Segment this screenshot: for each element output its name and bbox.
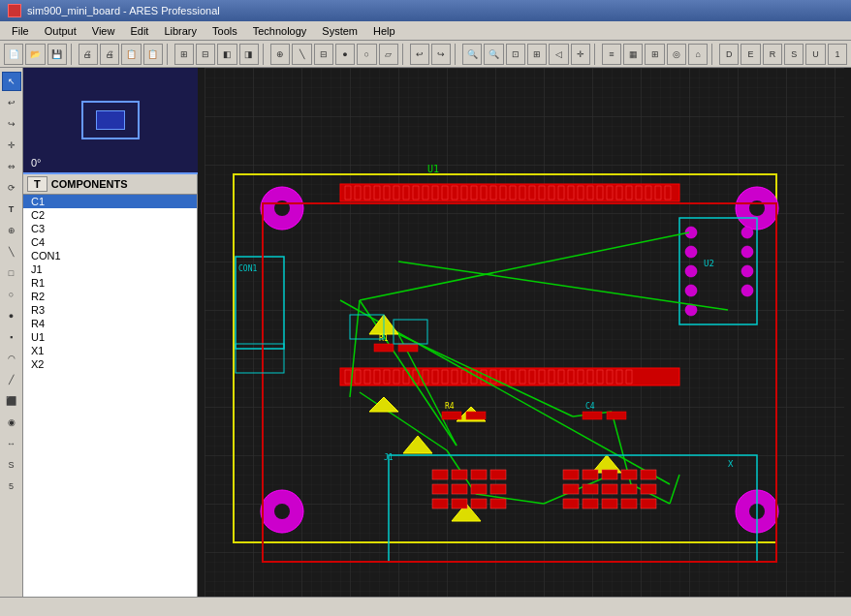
lt-comp[interactable]: ⊕ xyxy=(2,221,21,240)
menu-edit[interactable]: Edit xyxy=(122,23,156,39)
lt-arc[interactable]: ◠ xyxy=(2,349,21,368)
tb-zoom-sel[interactable]: ⊞ xyxy=(527,44,547,65)
svg-rect-139 xyxy=(563,484,579,494)
svg-rect-113 xyxy=(374,344,394,352)
menu-file[interactable]: File xyxy=(4,23,37,39)
tb-btn8[interactable]: ◨ xyxy=(239,44,259,65)
lt-track[interactable]: ╲ xyxy=(2,242,21,262)
tb-zoom-in[interactable]: 🔍 xyxy=(462,44,482,65)
tb-sep7 xyxy=(711,44,715,65)
tb-misc4[interactable]: ◎ xyxy=(667,44,686,65)
svg-text:J1: J1 xyxy=(384,453,394,462)
component-item-c4[interactable]: C4 xyxy=(23,235,197,249)
lt-line[interactable]: ╱ xyxy=(2,370,21,389)
lt-via[interactable]: ◉ xyxy=(2,413,21,432)
component-item-c3[interactable]: C3 xyxy=(23,222,197,235)
component-item-c1[interactable]: C1 xyxy=(23,195,197,208)
svg-rect-36 xyxy=(636,186,642,200)
tb-pan[interactable]: ✛ xyxy=(571,44,590,65)
lt-undo-icon[interactable]: ↩ xyxy=(2,93,21,112)
svg-rect-21 xyxy=(490,186,496,200)
tb-save[interactable]: 💾 xyxy=(47,44,67,65)
lt-mirror[interactable]: ⇔ xyxy=(2,157,21,176)
tb-copy[interactable]: 📋 xyxy=(121,44,141,65)
tb-print[interactable]: 🖨 xyxy=(79,44,98,65)
component-item-r2[interactable]: R2 xyxy=(23,290,197,303)
tb-oth1[interactable]: R xyxy=(763,44,782,65)
lt-text[interactable]: T xyxy=(2,200,21,219)
tb-via[interactable]: ○ xyxy=(357,44,376,65)
tb-undo[interactable]: ↩ xyxy=(410,44,429,65)
lt-cursor[interactable]: ↖ xyxy=(2,72,21,91)
pcb-canvas[interactable]: U1 xyxy=(198,68,851,597)
lt-rotate[interactable]: ⟳ xyxy=(2,178,21,198)
svg-rect-148 xyxy=(641,499,656,508)
lt-move[interactable]: ✛ xyxy=(2,136,21,155)
tb-polygon[interactable]: ▱ xyxy=(379,44,398,65)
tb-misc5[interactable]: ⌂ xyxy=(688,44,708,65)
tb-component[interactable]: ⊕ xyxy=(270,44,290,65)
tb-oth2[interactable]: S xyxy=(784,44,804,65)
tb-btn5[interactable]: ⊞ xyxy=(174,44,194,65)
tb-misc2[interactable]: ▦ xyxy=(623,44,643,65)
lt-ruler[interactable]: S xyxy=(2,455,21,475)
tb-pad[interactable]: ● xyxy=(335,44,355,65)
lt-fill[interactable]: ▪ xyxy=(2,327,21,347)
tb-drc[interactable]: D xyxy=(719,44,739,65)
tb-paste[interactable]: 📋 xyxy=(143,44,163,65)
svg-rect-16 xyxy=(442,186,448,200)
lt-zone[interactable]: ⬛ xyxy=(2,391,21,411)
svg-rect-29 xyxy=(568,186,574,200)
menu-output[interactable]: Output xyxy=(37,23,84,39)
title-text: sim900_mini_board - ARES Professional xyxy=(27,5,220,16)
component-item-r4[interactable]: R4 xyxy=(23,317,197,330)
menu-system[interactable]: System xyxy=(314,23,365,39)
svg-rect-128 xyxy=(471,484,487,494)
component-item-r1[interactable]: R1 xyxy=(23,276,197,290)
svg-rect-17 xyxy=(452,186,457,200)
svg-rect-53 xyxy=(461,370,467,384)
lt-circle[interactable]: ○ xyxy=(2,285,21,304)
preview-box: 0° xyxy=(23,68,198,174)
tb-zoom-prev[interactable]: ◁ xyxy=(549,44,568,65)
component-item-x2[interactable]: X2 xyxy=(23,357,197,371)
component-item-c2[interactable]: C2 xyxy=(23,208,197,222)
tb-btn7[interactable]: ◧ xyxy=(217,44,236,65)
component-item-con1[interactable]: CON1 xyxy=(23,249,197,262)
component-item-u1[interactable]: U1 xyxy=(23,330,197,344)
tb-wire[interactable]: ╲ xyxy=(292,44,311,65)
tb-misc3[interactable]: ⊞ xyxy=(645,44,664,65)
menu-library[interactable]: Library xyxy=(156,23,205,39)
component-item-j1[interactable]: J1 xyxy=(23,262,197,276)
menu-help[interactable]: Help xyxy=(365,23,403,39)
lt-s2[interactable]: 5 xyxy=(2,477,21,496)
svg-rect-138 xyxy=(641,470,656,479)
lt-pad[interactable]: ● xyxy=(2,306,21,325)
tb-print2[interactable]: 🖨 xyxy=(100,44,119,65)
menu-tools[interactable]: Tools xyxy=(205,23,245,39)
tb-redo[interactable]: ↪ xyxy=(431,44,451,65)
svg-rect-142 xyxy=(621,484,637,494)
lt-rect[interactable]: □ xyxy=(2,263,21,283)
component-item-x1[interactable]: X1 xyxy=(23,344,197,357)
tb-zoom-out[interactable]: 🔍 xyxy=(484,44,503,65)
pcb-svg: U1 xyxy=(198,68,851,597)
svg-text:R4: R4 xyxy=(445,402,455,411)
tb-erc[interactable]: E xyxy=(741,44,760,65)
menu-view[interactable]: View xyxy=(84,23,123,39)
lt-redo-icon[interactable]: ↪ xyxy=(2,114,21,134)
menu-technology[interactable]: Technology xyxy=(245,23,315,39)
tb-zoom-fit[interactable]: ⊡ xyxy=(506,44,525,65)
svg-rect-52 xyxy=(452,370,457,384)
tb-new[interactable]: 📄 xyxy=(4,44,23,65)
component-tab[interactable]: T xyxy=(27,176,47,192)
component-item-r3[interactable]: R3 xyxy=(23,303,197,317)
lt-dim[interactable]: ↔ xyxy=(2,434,21,453)
tb-track[interactable]: ⊟ xyxy=(314,44,333,65)
tb-open[interactable]: 📂 xyxy=(25,44,45,65)
svg-text:U1: U1 xyxy=(427,164,439,174)
tb-btn6[interactable]: ⊟ xyxy=(196,44,215,65)
tb-misc1[interactable]: ≡ xyxy=(602,44,621,65)
tb-oth4[interactable]: 1 xyxy=(828,44,847,65)
tb-oth3[interactable]: U xyxy=(805,44,825,65)
